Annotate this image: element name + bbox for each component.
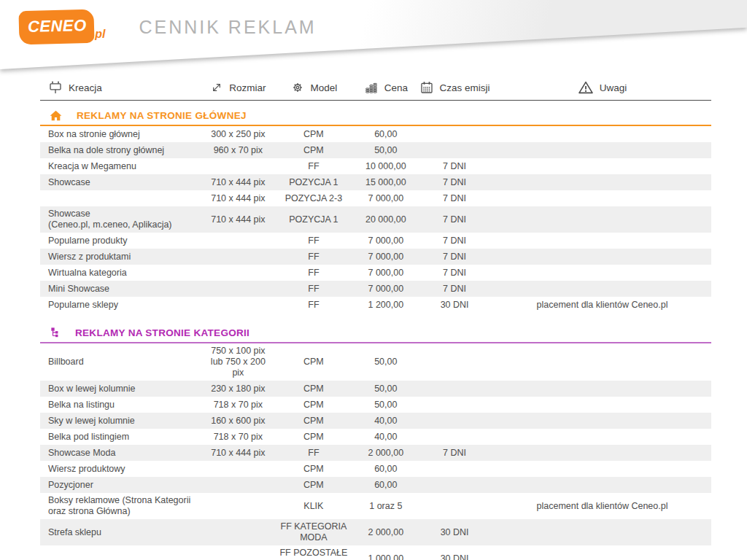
cell-uwagi — [493, 436, 711, 438]
cell-uwagi: placement dla klientów Ceneo.pl — [493, 299, 711, 311]
cell-kreacja — [40, 558, 204, 559]
cell-model: CPM — [271, 479, 355, 491]
cell-rozmiar — [204, 256, 271, 257]
cell-kreacja: Wiersz z produktami — [40, 251, 204, 263]
section-glowna: REKLAMY NA STRONIE GŁÓWNEJBox na stronie… — [40, 108, 711, 313]
table-row: Showcase Moda710 x 444 pixFF2 000,007 DN… — [40, 445, 711, 461]
cell-model: FF KATEGORIA MODA — [271, 521, 355, 544]
cell-kreacja: Box w lewej kolumnie — [40, 383, 204, 395]
table-row: Strefa sklepuFF KATEGORIA MODA2 000,0030… — [40, 519, 711, 545]
cell-kreacja: Wirtualna kategoria — [40, 267, 204, 279]
table-row: Box w lewej kolumnie230 x 180 pixCPM50,0… — [40, 381, 711, 397]
cell-rozmiar: 230 x 180 pix — [204, 383, 271, 395]
cell-uwagi — [493, 149, 711, 151]
table-row: Mini ShowcaseFF7 000,007 DNI — [40, 281, 711, 297]
cell-rozmiar — [204, 505, 271, 507]
table-row: Showcase710 x 444 pixPOZYCJA 115 000,007… — [40, 174, 711, 190]
column-label: Rozmiar — [229, 82, 266, 93]
cell-kreacja: Wiersz produktowy — [40, 463, 204, 475]
table-sections: REKLAMY NA STRONIE GŁÓWNEJBox na stronie… — [40, 108, 711, 560]
cell-cena: 7 000,00 — [355, 251, 416, 263]
cell-uwagi — [493, 468, 711, 470]
cell-model: CPM — [271, 128, 355, 141]
cell-kreacja: Box na stronie głównej — [40, 128, 204, 141]
cell-rozmiar: 718 x 70 pix — [204, 399, 271, 411]
column-label: Czas emisji — [440, 82, 490, 93]
cell-cena: 2 000,00 — [355, 447, 416, 459]
home-icon — [50, 110, 62, 121]
section-header-kategorii: REKLAMY NA STRONIE KATEGORII — [40, 324, 711, 343]
cell-rozmiar: 710 x 444 pix — [204, 214, 271, 226]
cell-czas: 30 DNI — [416, 526, 493, 539]
brand-header: CENEO .pl CENNIK REKLAM — [19, 10, 317, 44]
cell-czas: 7 DNI — [416, 447, 493, 459]
section-header-glowna: REKLAMY NA STRONIE GŁÓWNEJ — [40, 108, 711, 126]
cell-model: FF — [271, 235, 355, 247]
section-title: REKLAMY NA STRONIE KATEGORII — [75, 327, 249, 338]
cell-uwagi — [493, 219, 711, 220]
cell-czas: 30 DNI — [416, 299, 493, 311]
cell-uwagi — [493, 166, 711, 167]
cell-cena: 60,00 — [355, 128, 416, 141]
table-row: Box na stronie głównej300 x 250 pixCPM60… — [40, 126, 711, 142]
cell-cena: 7 000,00 — [355, 192, 416, 205]
cell-rozmiar: 300 x 250 pix — [204, 128, 271, 141]
cell-kreacja: Belka na dole strony głównej — [40, 144, 204, 157]
cell-model: KLIK — [271, 500, 355, 513]
cell-czas — [416, 404, 493, 405]
cell-model: POZYCJA 2-3 — [271, 192, 355, 205]
table-row: Belka na dole strony głównej960 x 70 pix… — [40, 142, 711, 158]
table-row: Popularne produktyFF7 000,007 DNI — [40, 233, 711, 249]
column-header-czas: Czas emisji — [416, 80, 493, 95]
cell-czas — [416, 388, 493, 389]
price-table: KreacjaRozmiarModelCenaCzas emisjiUwagi … — [40, 76, 711, 560]
cell-model: POZYCJA 1 — [271, 176, 355, 189]
cell-uwagi — [493, 272, 711, 273]
table-column-header: KreacjaRozmiarModelCenaCzas emisjiUwagi — [40, 76, 711, 101]
cell-kreacja: Mini Showcase — [40, 283, 204, 295]
cell-cena: 7 000,00 — [355, 267, 416, 279]
section-kategorii: REKLAMY NA STRONIE KATEGORIIBillboard750… — [40, 324, 711, 560]
table-row: Belka pod listingiem718 x 70 pixCPM40,00 — [40, 429, 711, 445]
cell-model: POZYCJA 1 — [271, 214, 355, 226]
cell-kreacja: Popularne sklepy — [40, 299, 204, 311]
sitemap-icon — [50, 327, 61, 338]
cell-rozmiar — [204, 468, 271, 470]
column-header-rozmiar: Rozmiar — [204, 80, 271, 95]
cell-czas — [416, 436, 493, 438]
cell-czas: 7 DNI — [416, 283, 493, 295]
cell-model: FF — [271, 160, 355, 173]
table-row: Wirtualna kategoriaFF7 000,007 DNI — [40, 265, 711, 281]
cell-model: FF — [271, 267, 355, 279]
column-header-cena: Cena — [355, 80, 416, 95]
cell-rozmiar: 960 x 70 pix — [204, 144, 271, 157]
cell-cena: 20 000,00 — [355, 214, 416, 226]
cell-cena: 50,00 — [355, 383, 416, 395]
cell-uwagi — [493, 484, 711, 486]
cell-uwagi — [493, 182, 711, 183]
resize-icon — [210, 81, 223, 94]
cell-model: CPM — [271, 144, 355, 157]
column-header-model: Model — [271, 80, 355, 95]
cell-cena: 1 000,00 — [355, 553, 416, 560]
cell-uwagi — [493, 404, 711, 405]
cell-model: CPM — [271, 399, 355, 411]
cell-uwagi — [493, 362, 711, 363]
table-row: PozycjonerCPM60,00 — [40, 477, 711, 493]
cell-czas — [416, 420, 493, 421]
calendar-icon — [419, 80, 434, 95]
cell-model: CPM — [271, 383, 355, 395]
cell-rozmiar — [204, 532, 271, 533]
cell-rozmiar — [204, 304, 271, 306]
cell-kreacja: Boksy reklamowe (Strona Kategorii oraz s… — [40, 494, 204, 518]
cell-model: FF — [271, 447, 355, 459]
cell-kreacja: Belka na listingu — [40, 399, 204, 411]
cell-czas: 7 DNI — [416, 160, 493, 173]
cell-rozmiar — [204, 240, 271, 241]
cell-cena: 7 000,00 — [355, 235, 416, 247]
page-title: CENNIK REKLAM — [139, 17, 316, 44]
cell-model: CPM — [271, 431, 355, 443]
cell-czas — [416, 505, 493, 507]
cell-czas: 7 DNI — [416, 251, 493, 263]
cell-rozmiar — [204, 288, 271, 289]
